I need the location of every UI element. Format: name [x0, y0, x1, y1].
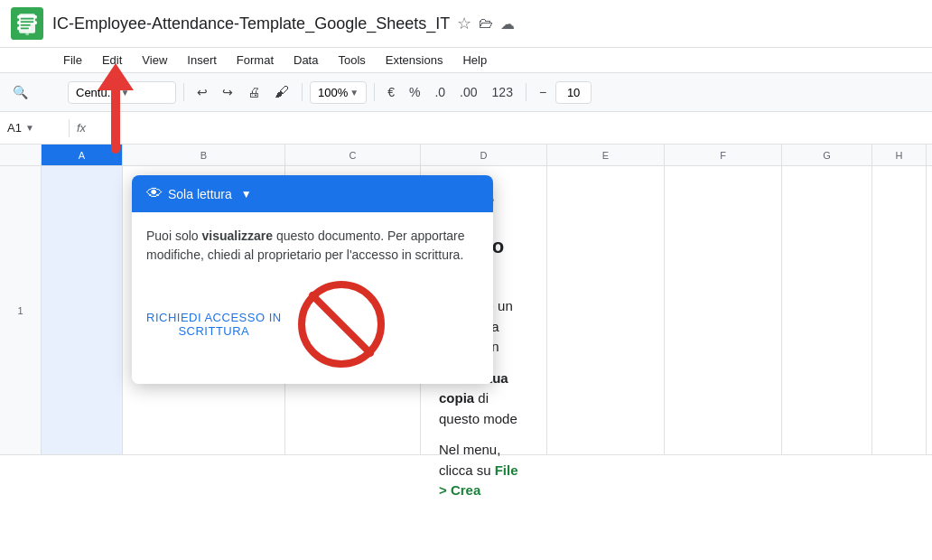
- separator-3: [374, 83, 375, 101]
- popup-bold-text: visualizzare: [201, 229, 273, 243]
- svg-line-11: [312, 295, 370, 353]
- cell-ref-value: A1: [7, 121, 22, 135]
- search-button[interactable]: 🔍: [7, 81, 33, 103]
- row-num-header: [0, 145, 42, 165]
- grid-area: 1 👁 Sola lettura ▼: [0, 166, 932, 455]
- redo-button[interactable]: ↪: [217, 81, 238, 103]
- number-format-button[interactable]: 123: [487, 81, 518, 103]
- col-header-c[interactable]: C: [285, 145, 421, 165]
- zoom-level: 100%: [318, 86, 348, 99]
- font-size-decrease-button[interactable]: −: [534, 81, 552, 103]
- menu-file[interactable]: File: [54, 50, 91, 70]
- col-header-e[interactable]: E: [547, 145, 665, 165]
- number-label: 123: [492, 85, 513, 99]
- separator-4: [526, 83, 527, 101]
- decimal0-label: .0: [434, 85, 445, 99]
- menu-edit[interactable]: Edit: [93, 50, 131, 70]
- formula-separator: [69, 119, 70, 137]
- separator-2: [302, 83, 303, 101]
- cell-g1[interactable]: [782, 166, 872, 454]
- cell-ref-dropdown[interactable]: ▼: [25, 123, 34, 133]
- zoom-selector[interactable]: 100% ▼: [310, 81, 367, 104]
- svg-rect-9: [21, 28, 29, 30]
- title-area: IC-Employee-Attendance-Template_Google_S…: [52, 14, 921, 33]
- svg-rect-5: [19, 14, 35, 33]
- column-headers: A B C D E F G H: [0, 145, 932, 166]
- table-row: 👁 Sola lettura ▼ Puoi solo visualizzare …: [42, 166, 932, 455]
- percent-label: %: [409, 85, 420, 99]
- col-header-f[interactable]: F: [665, 145, 782, 165]
- popup-header: 👁 Sola lettura ▼: [132, 175, 493, 212]
- menu-bar: File Edit View Insert Format Data Tools …: [0, 48, 932, 72]
- right-para-3-text: Nel menu, clicca su: [439, 442, 500, 478]
- svg-rect-8: [21, 24, 31, 26]
- title-bar: ≡ IC-Employee-Attendance-Template_Google…: [0, 0, 932, 48]
- formula-bar: A1 ▼ fx: [0, 112, 932, 145]
- decimal0-button[interactable]: .0: [429, 81, 451, 103]
- cell-a1[interactable]: [42, 166, 123, 454]
- fx-label: fx: [77, 121, 86, 135]
- menu-data[interactable]: Data: [284, 50, 327, 70]
- col-header-g[interactable]: G: [782, 145, 872, 165]
- folder-icon[interactable]: 🗁: [479, 15, 493, 32]
- format-paint-button[interactable]: 🖌: [269, 80, 294, 104]
- font-size-display: 10: [555, 81, 592, 104]
- col-header-a[interactable]: A: [42, 145, 123, 165]
- cell-e1[interactable]: [547, 166, 665, 454]
- doc-title: IC-Employee-Attendance-Template_Google_S…: [52, 14, 921, 33]
- decimal00-button[interactable]: .00: [454, 81, 482, 103]
- row-numbers: 1: [0, 166, 42, 455]
- zoom-dropdown-arrow: ▼: [350, 88, 359, 98]
- cell-h1[interactable]: [872, 166, 927, 454]
- popup-actions: RICHIEDI ACCESSO IN SCRITTURA: [146, 279, 479, 369]
- svg-rect-6: [21, 18, 33, 20]
- cell-reference[interactable]: A1 ▼: [7, 121, 61, 135]
- request-access-button[interactable]: RICHIEDI ACCESSO IN SCRITTURA: [146, 311, 282, 338]
- toolbar: 🔍 Centu... ▼ ↩ ↪ 🖨 🖌 100% ▼ € % .0 .00 1…: [0, 72, 932, 112]
- no-symbol-icon: [296, 279, 387, 369]
- readonly-popup: 👁 Sola lettura ▼ Puoi solo visualizzare …: [132, 175, 493, 384]
- menu-insert[interactable]: Insert: [178, 50, 226, 70]
- readonly-badge: 👁 Sola lettura ▼: [146, 184, 252, 203]
- right-para-3: Nel menu, clicca su File > Crea: [439, 440, 528, 501]
- font-selector[interactable]: Centu... ▼: [68, 81, 176, 104]
- star-icon[interactable]: ☆: [457, 14, 471, 33]
- title-icons: ☆ 🗁 ☁: [457, 14, 515, 33]
- menu-view[interactable]: View: [133, 50, 176, 70]
- percent-button[interactable]: %: [404, 81, 425, 103]
- cell-b1[interactable]: 👁 Sola lettura ▼ Puoi solo visualizzare …: [123, 166, 285, 454]
- col-header-h[interactable]: H: [872, 145, 927, 165]
- request-btn-line1: RICHIEDI ACCESSO IN: [146, 311, 282, 324]
- font-name: Centu...: [76, 86, 117, 99]
- popup-body: Puoi solo visualizzare questo documento.…: [132, 212, 493, 384]
- popup-message: Puoi solo visualizzare questo documento.…: [146, 227, 479, 265]
- cell-f1[interactable]: [665, 166, 782, 454]
- menu-help[interactable]: Help: [453, 50, 496, 70]
- font-dropdown-arrow: ▼: [121, 88, 130, 98]
- spreadsheet-area: A B C D E F G H 1 👁 So: [0, 145, 932, 455]
- row-num-1: 1: [0, 166, 41, 455]
- request-btn-line2: SCRITTURA: [178, 324, 249, 338]
- svg-rect-7: [21, 21, 33, 23]
- currency-button[interactable]: €: [382, 81, 400, 103]
- menu-tools[interactable]: Tools: [329, 50, 374, 70]
- cloud-icon[interactable]: ☁: [500, 15, 515, 33]
- badge-label: Sola lettura: [168, 187, 232, 201]
- print-button[interactable]: 🖨: [242, 81, 266, 103]
- document-title[interactable]: IC-Employee-Attendance-Template_Google_S…: [52, 14, 450, 33]
- badge-dropdown-icon[interactable]: ▼: [241, 188, 252, 201]
- font-size-value: 10: [567, 86, 580, 99]
- eye-icon: 👁: [146, 184, 163, 203]
- undo-button[interactable]: ↩: [191, 81, 213, 103]
- popup-text-1: Puoi solo: [146, 229, 201, 243]
- col-header-b[interactable]: B: [123, 145, 285, 165]
- menu-extensions[interactable]: Extensions: [377, 50, 452, 70]
- grid-content: 👁 Sola lettura ▼ Puoi solo visualizzare …: [42, 166, 932, 455]
- separator-1: [183, 83, 184, 101]
- decimal00-label: .00: [460, 85, 477, 99]
- col-header-d[interactable]: D: [421, 145, 547, 165]
- currency-label: €: [387, 85, 395, 99]
- menu-format[interactable]: Format: [228, 50, 283, 70]
- sheets-logo: ≡: [11, 7, 43, 40]
